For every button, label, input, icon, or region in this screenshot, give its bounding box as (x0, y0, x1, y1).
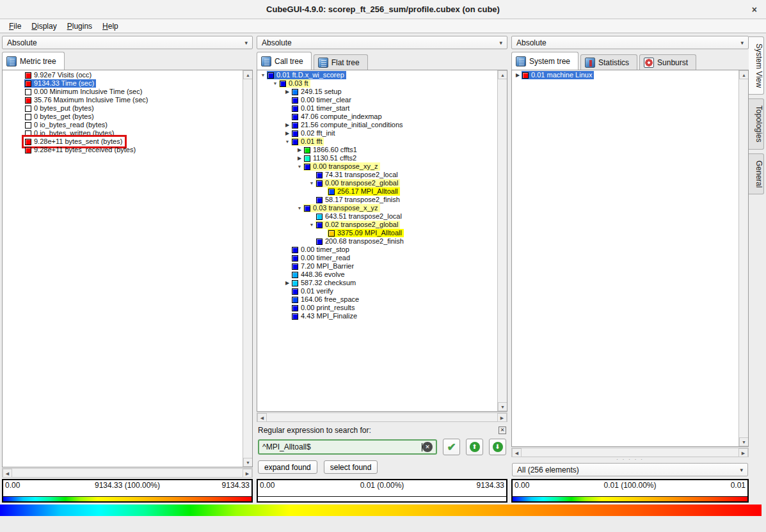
expander-closed-icon[interactable]: ▶ (283, 121, 291, 129)
system-value-mode-select[interactable]: Absolute ▾ (511, 36, 749, 49)
select-found-button[interactable]: select found (324, 460, 378, 474)
call-tree-row[interactable]: 200.68 transpose2_finish (257, 237, 497, 246)
call-tree-row[interactable]: ▼0.02 transpose2_global (257, 221, 497, 229)
tree-node[interactable]: 0.01 ft.D.x_wi_scorep (267, 71, 346, 79)
call-tree-row[interactable]: 58.17 transpose2_finish (257, 196, 497, 204)
expander-closed-icon[interactable]: ▶ (283, 129, 291, 137)
call-tree-row[interactable]: ▶249.15 setup (257, 88, 497, 96)
scroll-right-icon[interactable]: ▶ (497, 413, 507, 422)
system-vertical-scrollbar[interactable]: ▲ ▼ (738, 70, 748, 446)
tree-node[interactable]: 164.06 free_space (291, 295, 361, 304)
call-tree-row[interactable]: ▶587.32 checksum (257, 279, 497, 287)
expander-open-icon[interactable]: ▼ (296, 162, 303, 171)
scroll-up-icon[interactable]: ▲ (498, 70, 507, 79)
tab-call-tree[interactable]: Call tree (257, 52, 312, 70)
call-tree-row[interactable]: ▶21.56 compute_initial_conditions (257, 121, 497, 129)
call-tree-row[interactable]: 4.43 MPI_Finalize (257, 312, 497, 320)
call-tree-row[interactable]: ▼0.01 fft (257, 137, 497, 146)
metric-tree-row[interactable]: 9134.33 Time (sec) (3, 79, 243, 88)
system-item-filter-select[interactable]: All (256 elements) ▾ (512, 463, 748, 476)
tab-metric-tree[interactable]: Metric tree (2, 52, 65, 70)
tree-node[interactable]: 0.00 timer_clear (291, 96, 353, 104)
metric-tree-row[interactable]: 0 io_bytes_written (bytes) (3, 129, 243, 137)
call-tree-row[interactable]: 256.17 MPI_Alltoall (257, 187, 497, 196)
call-tree-row[interactable]: ▶1866.60 cffts1 (257, 146, 497, 154)
tree-node[interactable]: 47.06 compute_indexmap (291, 113, 384, 121)
call-tree-row[interactable]: 448.36 evolve (257, 270, 497, 279)
tree-node[interactable]: 74.31 transpose2_local (315, 171, 400, 179)
expander-open-icon[interactable]: ▼ (296, 204, 303, 212)
find-next-button[interactable]: ⬇ (489, 439, 506, 455)
call-tree-row[interactable]: 164.06 free_space (257, 295, 497, 304)
apply-search-button[interactable]: ✔ (443, 439, 460, 455)
tree-node[interactable]: 0 io_bytes_written (bytes) (24, 129, 116, 137)
metric-tree-row[interactable]: 9.28e+11 bytes_sent (bytes) (3, 137, 243, 146)
tree-node[interactable]: 0.01 verify (291, 287, 335, 295)
scroll-right-icon[interactable]: ▶ (738, 448, 748, 457)
tree-node[interactable]: 0.03 transpose_x_yz (303, 204, 380, 212)
close-icon[interactable]: × (752, 4, 757, 15)
tree-node[interactable]: 9.28e+11 bytes_sent (bytes) (24, 137, 124, 146)
call-tree-row[interactable]: ▼0.03 transpose_x_yz (257, 204, 497, 212)
tree-node[interactable]: 0.00 transpose2_global (315, 179, 400, 187)
tree-node[interactable]: 256.17 MPI_Alltoall (328, 187, 400, 196)
expander-closed-icon[interactable]: ▶ (296, 146, 303, 154)
metric-tree-row[interactable]: 35.76 Maximum Inclusive Time (sec) (3, 96, 243, 104)
tree-node[interactable]: 9.28e+11 bytes_received (bytes) (24, 146, 138, 154)
tree-node[interactable]: 0.00 transpose_xy_z (303, 162, 380, 171)
call-tree-row[interactable]: 0.00 print_results (257, 304, 497, 312)
call-tree-row[interactable]: ▼0.00 transpose_xy_z (257, 162, 497, 171)
tab-sunburst[interactable]: Sunburst (639, 54, 696, 70)
metric-value-mode-select[interactable]: Absolute ▾ (2, 36, 253, 49)
call-tree-row[interactable]: 643.51 transpose2_local (257, 212, 497, 221)
expander-closed-icon[interactable]: ▶ (283, 279, 291, 287)
call-tree-row[interactable]: 0.00 timer_clear (257, 96, 497, 104)
tree-node[interactable]: 0.00 timer_read (291, 254, 352, 262)
expander-closed-icon[interactable]: ▶ (296, 154, 303, 162)
call-tree-row[interactable]: 0.00 timer_stop (257, 246, 497, 254)
expander-open-icon[interactable]: ▼ (271, 79, 279, 88)
metric-vertical-scrollbar[interactable]: ▲ ▼ (243, 70, 252, 467)
scroll-down-icon[interactable]: ▼ (739, 437, 749, 446)
tree-node[interactable]: 1130.51 cffts2 (303, 154, 358, 162)
scroll-right-icon[interactable]: ▶ (243, 469, 252, 478)
side-tab-general[interactable]: General (749, 153, 764, 195)
tree-node[interactable]: 0.01 machine Linux (522, 71, 594, 79)
tree-node[interactable]: 0 bytes_put (bytes) (24, 104, 96, 113)
tree-node[interactable]: 9.92e7 Visits (occ) (24, 71, 93, 79)
call-tree-row[interactable]: 74.31 transpose2_local (257, 171, 497, 179)
scroll-up-icon[interactable]: ▲ (739, 70, 749, 79)
menu-item-file[interactable]: File (4, 20, 26, 32)
expander-open-icon[interactable]: ▼ (259, 71, 267, 79)
tree-node[interactable]: 0.01 fft (291, 137, 324, 146)
tree-node[interactable]: 0.00 print_results (291, 304, 356, 312)
scroll-left-icon[interactable]: ◀ (3, 469, 12, 478)
system-tree-row[interactable]: ▶0.01 machine Linux (512, 71, 738, 79)
tree-node[interactable]: 0.02 fft_init (291, 129, 337, 137)
call-tree-row[interactable]: 0.01 verify (257, 287, 497, 295)
metric-tree-row[interactable]: 9.28e+11 bytes_received (bytes) (3, 146, 243, 154)
metric-tree-row[interactable]: 0 bytes_get (bytes) (3, 113, 243, 121)
tree-node[interactable]: 0.03 ft (279, 79, 310, 88)
expander-closed-icon[interactable]: ▶ (283, 88, 291, 96)
clear-search-icon[interactable]: ✕ (422, 442, 433, 452)
tree-node[interactable]: 1866.60 cffts1 (303, 146, 359, 154)
menu-item-plugins[interactable]: Plugins (62, 20, 97, 32)
menu-item-help[interactable]: Help (97, 20, 124, 32)
metric-horizontal-scrollbar[interactable]: ◀ ▶ (2, 468, 253, 478)
metric-tree-row[interactable]: 0.00 Minimum Inclusive Time (sec) (3, 88, 243, 96)
scroll-up-icon[interactable]: ▲ (243, 70, 253, 79)
call-tree-row[interactable]: ▶0.02 fft_init (257, 129, 497, 137)
tree-node[interactable]: 35.76 Maximum Inclusive Time (sec) (24, 96, 150, 104)
tree-node[interactable]: 0.00 timer_stop (291, 246, 351, 254)
splitter-handle[interactable]: · · · · · (511, 457, 749, 462)
tab-system-tree[interactable]: System tree (511, 52, 578, 70)
call-tree-row[interactable]: ▼0.01 ft.D.x_wi_scorep (257, 71, 497, 79)
tree-node[interactable]: 643.51 transpose2_local (315, 212, 404, 221)
call-tree-row[interactable]: ▼0.00 transpose2_global (257, 179, 497, 187)
tree-node[interactable]: 58.17 transpose2_finish (315, 196, 402, 204)
tree-node[interactable]: 4.43 MPI_Finalize (291, 312, 359, 320)
side-tab-topologies[interactable]: Topologies (749, 98, 764, 149)
tree-node[interactable]: 0.01 timer_start (291, 104, 351, 113)
tab-flat-tree[interactable]: Flat tree (314, 54, 368, 70)
